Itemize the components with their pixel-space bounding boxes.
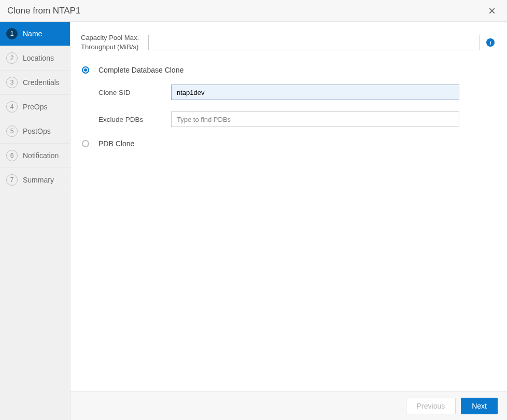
close-icon[interactable]: × bbox=[486, 5, 498, 17]
clone-sid-input[interactable] bbox=[171, 85, 459, 100]
next-button[interactable]: Next bbox=[461, 398, 498, 414]
step-label: Credentials bbox=[23, 78, 60, 87]
step-preops[interactable]: 4 PreOps bbox=[0, 95, 70, 119]
dialog-body: 1 Name 2 Locations 3 Credentials 4 PreOp… bbox=[0, 22, 507, 420]
step-number: 6 bbox=[6, 150, 18, 161]
option-complete-row: Complete Database Clone bbox=[81, 66, 495, 74]
option-complete-label: Complete Database Clone bbox=[98, 66, 184, 74]
option-pdb-row: PDB Clone bbox=[81, 139, 495, 148]
step-number: 3 bbox=[6, 77, 18, 88]
dialog-footer: Previous Next bbox=[71, 391, 507, 420]
info-icon[interactable]: i bbox=[486, 38, 495, 47]
option-pdb-label: PDB Clone bbox=[98, 139, 134, 148]
radio-pdb-clone[interactable] bbox=[82, 140, 89, 147]
step-number: 1 bbox=[6, 28, 18, 39]
complete-clone-fields: Clone SID Exclude PDBs bbox=[98, 85, 495, 127]
wizard-sidebar: 1 Name 2 Locations 3 Credentials 4 PreOp… bbox=[0, 22, 71, 420]
dialog-title: Clone from NTAP1 bbox=[7, 6, 80, 16]
radio-complete-database-clone[interactable] bbox=[82, 66, 89, 74]
wizard-content: Capacity Pool Max. Throughput (MiB/s) i … bbox=[71, 22, 507, 420]
step-locations[interactable]: 2 Locations bbox=[0, 46, 70, 71]
clone-sid-label: Clone SID bbox=[98, 89, 171, 96]
dialog-header: Clone from NTAP1 × bbox=[0, 0, 507, 22]
step-credentials[interactable]: 3 Credentials bbox=[0, 71, 70, 95]
form-area: Capacity Pool Max. Throughput (MiB/s) i … bbox=[71, 22, 507, 391]
step-label: PostOps bbox=[23, 127, 51, 135]
step-number: 2 bbox=[6, 52, 18, 64]
clone-sid-row: Clone SID bbox=[98, 85, 495, 100]
step-label: Notification bbox=[23, 151, 59, 160]
step-number: 4 bbox=[6, 101, 18, 113]
capacity-label: Capacity Pool Max. Throughput (MiB/s) bbox=[81, 33, 142, 51]
step-label: Summary bbox=[23, 176, 54, 184]
step-number: 5 bbox=[6, 125, 18, 137]
previous-button: Previous bbox=[406, 398, 456, 414]
capacity-input[interactable] bbox=[148, 35, 480, 50]
step-summary[interactable]: 7 Summary bbox=[0, 168, 70, 192]
capacity-row: Capacity Pool Max. Throughput (MiB/s) i bbox=[81, 33, 495, 51]
exclude-pdbs-input[interactable] bbox=[171, 111, 459, 127]
exclude-pdbs-row: Exclude PDBs bbox=[98, 111, 495, 127]
step-postops[interactable]: 5 PostOps bbox=[0, 119, 70, 144]
step-label: Locations bbox=[23, 54, 54, 62]
step-label: PreOps bbox=[23, 103, 47, 111]
step-label: Name bbox=[23, 30, 42, 38]
step-number: 7 bbox=[6, 174, 18, 186]
step-name[interactable]: 1 Name bbox=[0, 22, 70, 46]
step-notification[interactable]: 6 Notification bbox=[0, 144, 70, 168]
exclude-pdbs-label: Exclude PDBs bbox=[98, 116, 171, 123]
